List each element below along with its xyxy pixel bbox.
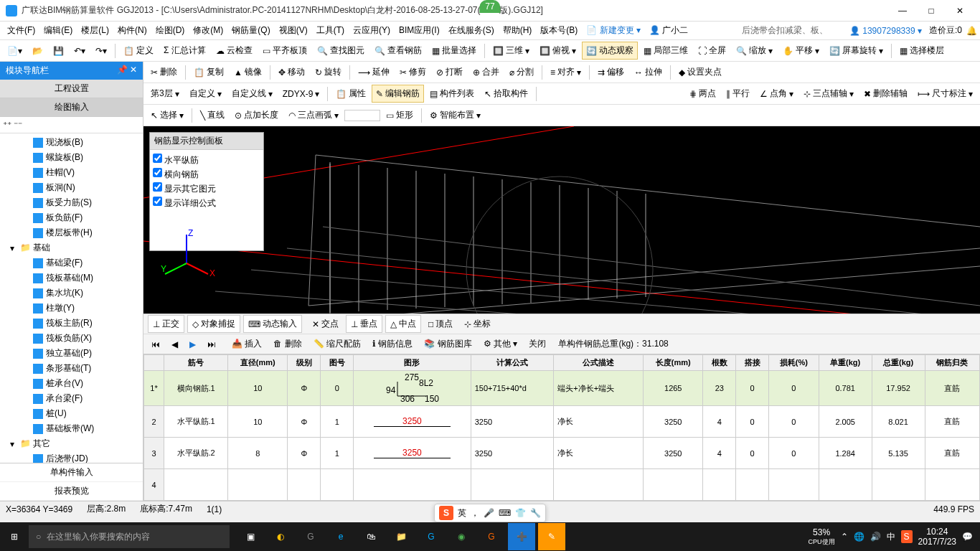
tree-item[interactable]: 条形基础(T)	[0, 361, 143, 376]
dimension-button[interactable]: ⟼ 尺寸标注 ▾	[913, 85, 977, 103]
offset-button[interactable]: ⇉ 偏移	[593, 63, 628, 81]
osnap-button[interactable]: ◇ 对象捕捉	[187, 315, 240, 333]
taskbar-app-2[interactable]: ◐	[267, 523, 294, 550]
save-icon[interactable]: 💾	[49, 43, 68, 59]
arc-button[interactable]: ◠ 三点画弧 ▾	[284, 106, 343, 124]
last-icon[interactable]: ⏭	[204, 338, 220, 351]
tree-item[interactable]: 后浇带(JD)	[0, 451, 143, 463]
rebar-info-button[interactable]: ℹ 钢筋信息	[369, 336, 416, 352]
zoom-button[interactable]: 🔍 缩放 ▾	[732, 42, 777, 60]
column-header[interactable]: 计算公式	[471, 355, 554, 371]
stretch-button[interactable]: ↔ 拉伸	[630, 63, 666, 81]
component-tree[interactable]: 现浇板(B) 螺旋板(B) 柱帽(V) 板洞(N) 板受力筋(S) 板负筋(F)…	[0, 133, 143, 463]
table-row[interactable]: 1*横向钢筋.110Φ02758L294306150150+715+40*d端头…	[144, 371, 980, 406]
column-header[interactable]: 总重(kg)	[872, 355, 925, 371]
sogou-icon[interactable]: S	[439, 506, 453, 520]
tree-item[interactable]: 桩(U)	[0, 406, 143, 421]
menu-tools[interactable]: 工具(T)	[312, 22, 349, 39]
phone-label[interactable]: 👤 13907298339 ▾	[849, 26, 922, 36]
taskbar-app-8[interactable]: ✎	[538, 523, 565, 550]
extend-button[interactable]: ⟶ 延伸	[354, 63, 394, 81]
ime-lang[interactable]: 英	[458, 507, 466, 519]
taskbar-app-7[interactable]: ➕	[508, 523, 535, 550]
taskbar-app-4[interactable]: G	[418, 523, 445, 550]
taskbar-store[interactable]: 🛍	[357, 523, 385, 550]
open-icon[interactable]: 📂	[28, 43, 47, 59]
column-header[interactable]: 长度(mm)	[644, 355, 703, 371]
taskbar-app-6[interactable]: G	[478, 523, 505, 550]
tree-item[interactable]: 基础梁(F)	[0, 255, 143, 270]
bell-icon[interactable]: 🔔	[966, 26, 977, 36]
tree-item[interactable]: 独立基础(P)	[0, 346, 143, 361]
table-row[interactable]: 3水平纵筋.28Φ132503250净长32504001.2845.135直筋	[144, 438, 980, 469]
arc-input[interactable]	[344, 110, 380, 121]
tree-group[interactable]: ▾📁 基础	[0, 240, 143, 255]
two-point-button[interactable]: ⋕ 两点	[685, 85, 720, 103]
rect-button[interactable]: ▭ 矩形	[382, 106, 418, 124]
align-button[interactable]: ≡ 对齐 ▾	[546, 63, 585, 81]
point-length-button[interactable]: ⊙ 点加长度	[230, 106, 283, 124]
mid-snap[interactable]: △ 中点	[385, 315, 421, 333]
taskbar-edge[interactable]: e	[327, 523, 354, 550]
tree-item[interactable]: 板受力筋(S)	[0, 195, 143, 210]
column-header[interactable]: 直径(mm)	[228, 355, 288, 371]
menu-rebar[interactable]: 钢筋量(Q)	[227, 22, 274, 39]
sum-button[interactable]: Σ 汇总计算	[159, 42, 210, 60]
smart-button[interactable]: ⚙ 智能布置 ▾	[425, 106, 485, 124]
other-button[interactable]: ⚙ 其他 ▾	[480, 336, 522, 352]
taskbar-app-3[interactable]: G	[297, 523, 324, 550]
pick-button[interactable]: ↖ 拾取构件	[480, 85, 532, 103]
menu-component[interactable]: 构件(N)	[113, 22, 151, 39]
select-floor-button[interactable]: ▦ 选择楼层	[895, 42, 948, 60]
column-header[interactable]: 单重(kg)	[819, 355, 872, 371]
look-button[interactable]: 🔲 俯视 ▾	[535, 42, 580, 60]
tray-clock[interactable]: 10:242017/7/23	[918, 527, 956, 547]
table-row[interactable]: 2水平纵筋.110Φ132503250净长32504002.0058.021直筋	[144, 406, 980, 438]
3d-viewport[interactable]: 钢筋显示控制面板 水平纵筋 横向钢筋 显示其它图元 显示详细公式 Z Y X	[143, 126, 980, 314]
column-header[interactable]: 图形	[354, 355, 471, 371]
column-header[interactable]: 损耗(%)	[769, 355, 819, 371]
collapse-icon[interactable]: ⁻⁻	[14, 120, 22, 130]
menu-cloud[interactable]: 云应用(Y)	[349, 22, 395, 39]
fullscreen-button[interactable]: ⛶ 全屏	[694, 42, 730, 60]
taskbar-search[interactable]: ○ 在这里输入你要搜索的内容	[29, 525, 230, 548]
code-select[interactable]: ZDYX-9 ▾	[278, 86, 324, 102]
component-list-button[interactable]: ▤ 构件列表	[425, 85, 479, 103]
screen-rotate-button[interactable]: 🔄 屏幕旋转 ▾	[825, 42, 887, 60]
menu-online[interactable]: 在线服务(S)	[444, 22, 499, 39]
first-icon[interactable]: ⏮	[148, 338, 164, 351]
dynamic-view-button[interactable]: 🔄 动态观察	[582, 42, 638, 60]
maximize-button[interactable]: □	[917, 6, 946, 16]
ime-bar[interactable]: S 英 ， 🎤 ⌨ 👕 🔧	[434, 504, 546, 522]
close-panel-button[interactable]: 关闭	[525, 336, 550, 352]
three-axis-button[interactable]: ⊹ 三点辅轴 ▾	[799, 85, 858, 103]
rebar-table[interactable]: 筋号直径(mm)级别图号图形计算公式公式描述长度(mm)根数搭接损耗(%)单重(…	[143, 354, 980, 501]
taskbar-app-5[interactable]: ◉	[448, 523, 475, 550]
expand-icon[interactable]: ⁺⁺	[3, 120, 11, 130]
new-change-button[interactable]: 📄 新建变更 ▾	[582, 22, 645, 39]
tree-item[interactable]: 柱帽(V)	[0, 165, 143, 180]
ortho-button[interactable]: ⊥ 正交	[148, 315, 184, 333]
tab-draw-input[interactable]: 绘图输入	[0, 98, 143, 117]
taskbar-explorer[interactable]: 📁	[387, 523, 415, 550]
3d-button[interactable]: 🔲 三维 ▾	[489, 42, 534, 60]
menu-file[interactable]: 文件(F)	[3, 22, 39, 39]
tray-sogou-icon[interactable]: S	[901, 530, 913, 543]
tray-ime[interactable]: 中	[887, 531, 895, 543]
column-header[interactable]: 级别	[288, 355, 321, 371]
top-snap[interactable]: □ 顶点	[424, 316, 457, 332]
tree-item[interactable]: 筏板负筋(X)	[0, 331, 143, 346]
minimize-button[interactable]: —	[888, 6, 917, 16]
setpoint-button[interactable]: ◆ 设置夹点	[674, 63, 726, 81]
tree-item[interactable]: 现浇板(B)	[0, 135, 143, 150]
view-rebar-button[interactable]: 🔍 查看钢筋	[370, 42, 426, 60]
pan-button[interactable]: ✋ 平移 ▾	[778, 42, 824, 60]
ime-mic-icon[interactable]: 🎤	[484, 508, 494, 518]
tree-item[interactable]: 承台梁(F)	[0, 391, 143, 406]
cross-snap[interactable]: ✕ 交点	[308, 316, 343, 332]
tray-notifications-icon[interactable]: 💬	[962, 532, 973, 542]
column-header[interactable]: 钢筋归类	[925, 355, 980, 371]
tree-item[interactable]: 板负筋(F)	[0, 210, 143, 225]
redo-icon[interactable]: ↷▾	[91, 43, 111, 59]
notification-badge[interactable]: 77	[479, 0, 500, 13]
